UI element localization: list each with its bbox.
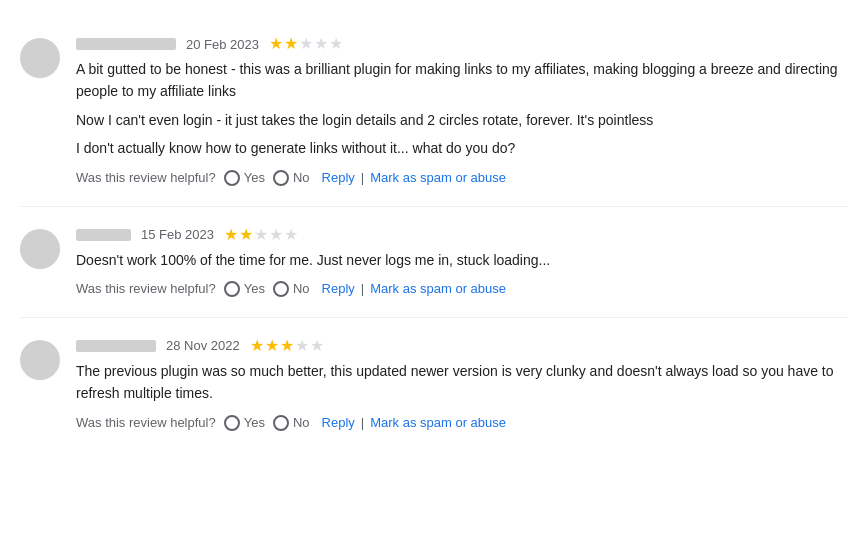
review-helpful-row: Was this review helpful? Yes No Reply | … (76, 415, 848, 431)
avatar (20, 340, 60, 380)
no-radio[interactable] (273, 170, 289, 186)
helpful-label: Was this review helpful? (76, 415, 216, 430)
review-item: 20 Feb 2023 ★ ★ ★ ★ ★ A bit gutted to be… (20, 16, 848, 207)
no-label: No (293, 281, 310, 296)
avatar (20, 229, 60, 269)
reviewer-name (76, 38, 176, 50)
star-5: ★ (284, 227, 298, 243)
yes-label: Yes (244, 170, 265, 185)
star-rating: ★ ★ ★ ★ ★ (224, 227, 298, 243)
yes-option[interactable]: Yes (224, 170, 265, 186)
yes-radio[interactable] (224, 170, 240, 186)
review-helpful-row: Was this review helpful? Yes No Reply | … (76, 281, 848, 297)
review-paragraph: The previous plugin was so much better, … (76, 360, 848, 405)
star-2: ★ (284, 36, 298, 52)
helpful-label: Was this review helpful? (76, 281, 216, 296)
separator: | (361, 415, 364, 430)
reviewer-name (76, 229, 131, 241)
star-4: ★ (314, 36, 328, 52)
action-links: Reply | Mark as spam or abuse (322, 281, 506, 296)
no-label: No (293, 415, 310, 430)
spam-link[interactable]: Mark as spam or abuse (370, 281, 506, 296)
review-item: 28 Nov 2022 ★ ★ ★ ★ ★ The previous plugi… (20, 318, 848, 451)
spam-link[interactable]: Mark as spam or abuse (370, 415, 506, 430)
review-paragraph: Now I can't even login - it just takes t… (76, 109, 848, 131)
review-header: 28 Nov 2022 ★ ★ ★ ★ ★ (76, 338, 848, 354)
star-2: ★ (239, 227, 253, 243)
review-content: 15 Feb 2023 ★ ★ ★ ★ ★ Doesn't work 100% … (76, 227, 848, 297)
yes-label: Yes (244, 415, 265, 430)
star-3: ★ (280, 338, 294, 354)
review-list: 20 Feb 2023 ★ ★ ★ ★ ★ A bit gutted to be… (20, 16, 848, 451)
review-paragraph: Doesn't work 100% of the time for me. Ju… (76, 249, 848, 271)
yes-radio[interactable] (224, 281, 240, 297)
star-3: ★ (254, 227, 268, 243)
reviewer-name (76, 340, 156, 352)
review-date: 28 Nov 2022 (166, 338, 240, 353)
star-5: ★ (329, 36, 343, 52)
reply-link[interactable]: Reply (322, 415, 355, 430)
no-radio[interactable] (273, 415, 289, 431)
avatar (20, 38, 60, 78)
review-date: 20 Feb 2023 (186, 37, 259, 52)
reply-link[interactable]: Reply (322, 281, 355, 296)
no-option[interactable]: No (273, 281, 310, 297)
review-helpful-row: Was this review helpful? Yes No Reply | … (76, 170, 848, 186)
star-1: ★ (224, 227, 238, 243)
no-label: No (293, 170, 310, 185)
no-radio[interactable] (273, 281, 289, 297)
no-option[interactable]: No (273, 415, 310, 431)
star-rating: ★ ★ ★ ★ ★ (269, 36, 343, 52)
review-paragraph: I don't actually know how to generate li… (76, 137, 848, 159)
star-5: ★ (310, 338, 324, 354)
star-3: ★ (299, 36, 313, 52)
separator: | (361, 281, 364, 296)
star-rating: ★ ★ ★ ★ ★ (250, 338, 324, 354)
reply-link[interactable]: Reply (322, 170, 355, 185)
review-date: 15 Feb 2023 (141, 227, 214, 242)
review-item: 15 Feb 2023 ★ ★ ★ ★ ★ Doesn't work 100% … (20, 207, 848, 318)
review-text: Doesn't work 100% of the time for me. Ju… (76, 249, 848, 271)
yes-radio[interactable] (224, 415, 240, 431)
yes-label: Yes (244, 281, 265, 296)
star-4: ★ (295, 338, 309, 354)
review-text: The previous plugin was so much better, … (76, 360, 848, 405)
star-1: ★ (269, 36, 283, 52)
yes-option[interactable]: Yes (224, 415, 265, 431)
spam-link[interactable]: Mark as spam or abuse (370, 170, 506, 185)
star-2: ★ (265, 338, 279, 354)
separator: | (361, 170, 364, 185)
review-paragraph: A bit gutted to be honest - this was a b… (76, 58, 848, 103)
review-header: 20 Feb 2023 ★ ★ ★ ★ ★ (76, 36, 848, 52)
review-content: 28 Nov 2022 ★ ★ ★ ★ ★ The previous plugi… (76, 338, 848, 431)
yes-option[interactable]: Yes (224, 281, 265, 297)
no-option[interactable]: No (273, 170, 310, 186)
review-content: 20 Feb 2023 ★ ★ ★ ★ ★ A bit gutted to be… (76, 36, 848, 186)
helpful-label: Was this review helpful? (76, 170, 216, 185)
review-header: 15 Feb 2023 ★ ★ ★ ★ ★ (76, 227, 848, 243)
action-links: Reply | Mark as spam or abuse (322, 415, 506, 430)
review-text: A bit gutted to be honest - this was a b… (76, 58, 848, 160)
star-1: ★ (250, 338, 264, 354)
star-4: ★ (269, 227, 283, 243)
action-links: Reply | Mark as spam or abuse (322, 170, 506, 185)
